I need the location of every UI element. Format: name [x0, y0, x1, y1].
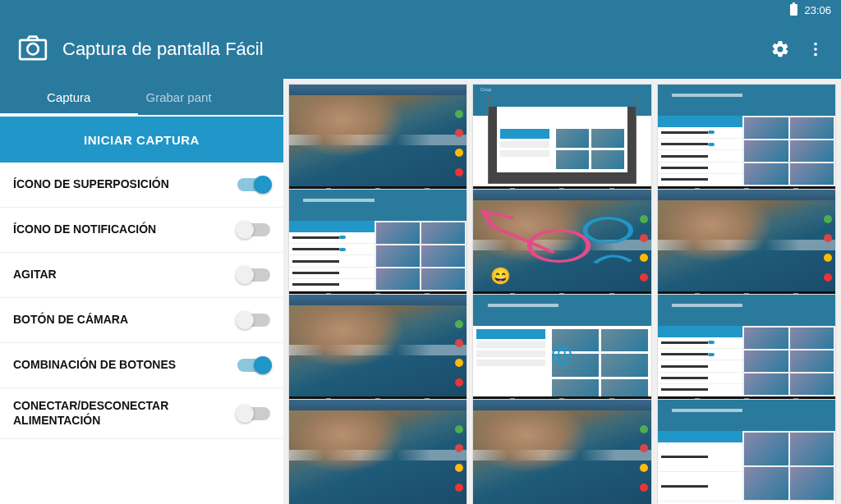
- setting-shake[interactable]: AGITAR: [0, 253, 283, 298]
- screenshot-thumb[interactable]: [288, 189, 467, 300]
- svg-point-3: [814, 48, 817, 51]
- app-bar: Captura de pantalla Fácil: [0, 20, 841, 79]
- toggle-button-combo[interactable]: [237, 359, 270, 372]
- svg-point-4: [814, 53, 817, 57]
- setting-label: ÍCONO DE NOTIFICACIÓN: [13, 222, 237, 237]
- toggle-power-connect[interactable]: [237, 407, 270, 420]
- setting-label: BOTÓN DE CÁMARA: [13, 313, 237, 328]
- sidebar: Captura Grabar pant INICIAR CAPTURA ÍCON…: [0, 79, 283, 504]
- setting-label: CONECTAR/DESCONECTAR ALIMENTACIÓN: [13, 399, 237, 428]
- app-title: Captura de pantalla Fácil: [62, 39, 754, 60]
- emoji-icon: 😄: [490, 266, 511, 286]
- screenshot-thumb[interactable]: Crop: [472, 84, 651, 195]
- setting-camera-button[interactable]: BOTÓN DE CÁMARA: [0, 298, 283, 343]
- start-capture-button[interactable]: INICIAR CAPTURA: [0, 117, 283, 163]
- setting-notification-icon[interactable]: ÍCONO DE NOTIFICACIÓN: [0, 208, 283, 253]
- toggle-overlay-icon[interactable]: [237, 178, 270, 191]
- svg-point-1: [27, 44, 38, 54]
- screenshot-thumb[interactable]: [288, 84, 467, 195]
- tab-bar: Captura Grabar pant: [0, 79, 283, 115]
- setting-label: AGITAR: [13, 268, 237, 282]
- setting-label: COMBINACIÓN DE BOTONES: [13, 358, 237, 373]
- status-time: 23:06: [804, 4, 831, 16]
- setting-overlay-icon[interactable]: ÍCONO DE SUPERPOSICIÓN: [0, 163, 283, 208]
- toggle-notification-icon[interactable]: [237, 223, 270, 236]
- screenshot-gallery: Crop: [283, 79, 841, 504]
- svg-point-7: [585, 218, 631, 242]
- setting-button-combo[interactable]: COMBINACIÓN DE BOTONES: [0, 343, 283, 388]
- status-bar: 23:06: [0, 0, 841, 20]
- globe-icon: [552, 346, 572, 365]
- svg-point-2: [814, 43, 817, 46]
- screenshot-thumb[interactable]: [657, 84, 836, 195]
- screenshot-thumb[interactable]: [657, 399, 836, 504]
- setting-label: ÍCONO DE SUPERPOSICIÓN: [13, 177, 237, 192]
- screenshot-thumb[interactable]: [288, 399, 467, 504]
- setting-power-connect[interactable]: CONECTAR/DESCONECTAR ALIMENTACIÓN: [0, 388, 283, 439]
- toggle-camera-button[interactable]: [237, 314, 270, 327]
- overflow-menu-icon[interactable]: [807, 40, 825, 58]
- tab-grabar[interactable]: Grabar pant: [138, 79, 284, 115]
- screenshot-thumb[interactable]: [472, 399, 651, 504]
- settings-list: ÍCONO DE SUPERPOSICIÓN ÍCONO DE NOTIFICA…: [0, 163, 283, 504]
- toggle-shake[interactable]: [237, 268, 270, 282]
- settings-icon[interactable]: [770, 39, 790, 59]
- screenshot-thumb[interactable]: [657, 189, 836, 300]
- screenshot-thumb[interactable]: [288, 294, 467, 405]
- tab-captura[interactable]: Captura: [0, 79, 138, 115]
- battery-icon: [790, 4, 797, 16]
- screenshot-thumb[interactable]: [657, 294, 836, 405]
- screenshot-thumb[interactable]: [472, 294, 651, 405]
- camera-icon: [16, 31, 49, 67]
- screenshot-thumb[interactable]: 😄: [472, 189, 651, 300]
